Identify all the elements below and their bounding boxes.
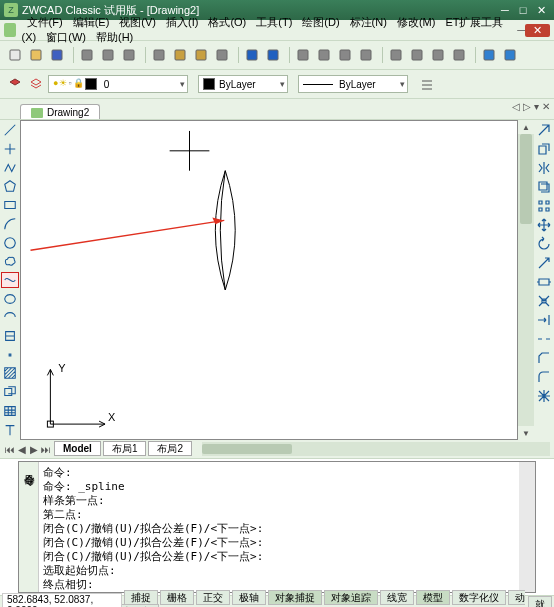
ellipse-icon[interactable] <box>1 290 19 307</box>
menu-i[interactable]: 插入(I) <box>161 14 203 30</box>
save-icon[interactable] <box>48 46 66 64</box>
layer-states-icon[interactable] <box>27 75 45 93</box>
status-8[interactable]: 数字化仪 <box>452 590 506 605</box>
vscrollbar[interactable]: ▲ ▼ <box>518 120 534 440</box>
move-icon[interactable] <box>536 217 552 233</box>
calc-icon[interactable] <box>450 46 468 64</box>
status-2[interactable]: 正交 <box>196 590 230 605</box>
region-icon[interactable] <box>1 384 19 401</box>
open-icon[interactable] <box>27 46 45 64</box>
mirror-icon[interactable] <box>536 160 552 176</box>
block-icon[interactable] <box>1 328 19 345</box>
scale-icon[interactable] <box>536 255 552 271</box>
menu-v[interactable]: 视图(V) <box>114 14 161 30</box>
command-text[interactable]: 命令: 命令: _spline 样条第一点: 第二点: 闭合(C)/撤销(U)/… <box>39 462 519 592</box>
close-button[interactable]: ✕ <box>532 3 550 17</box>
offset-icon[interactable] <box>536 179 552 195</box>
spline-icon[interactable] <box>1 272 19 289</box>
search-icon[interactable] <box>480 46 498 64</box>
color-combo[interactable]: ByLayer <box>198 75 288 93</box>
trim-icon[interactable] <box>536 293 552 309</box>
layout-prev-icon[interactable]: ◀ <box>16 444 28 455</box>
status-0[interactable]: 捕捉 <box>124 590 158 605</box>
hatch-icon[interactable] <box>1 365 19 382</box>
vscroll-thumb[interactable] <box>520 134 532 224</box>
rect-icon[interactable] <box>1 197 19 214</box>
layout-next-icon[interactable]: ▶ <box>28 444 40 455</box>
status-6[interactable]: 线宽 <box>380 590 414 605</box>
publish-icon[interactable] <box>120 46 138 64</box>
drawing-canvas[interactable]: Y X <box>20 120 518 440</box>
array-icon[interactable] <box>536 198 552 214</box>
ellipsearc-icon[interactable] <box>1 309 19 326</box>
doc-close-button[interactable]: ✕ <box>525 24 550 37</box>
line-icon[interactable] <box>1 122 19 139</box>
zoomw-icon[interactable] <box>336 46 354 64</box>
arc-icon[interactable] <box>1 216 19 233</box>
cut-icon[interactable] <box>150 46 168 64</box>
preview-icon[interactable] <box>99 46 117 64</box>
status-end[interactable]: 就 <box>528 596 552 607</box>
coordinates[interactable]: 582.6843, 52.0837, 0.0000 <box>2 593 122 607</box>
redo-icon[interactable] <box>264 46 282 64</box>
explode-icon[interactable] <box>536 388 552 404</box>
props-icon[interactable] <box>387 46 405 64</box>
rotate-icon[interactable] <box>536 236 552 252</box>
pan-icon[interactable] <box>294 46 312 64</box>
menu-e[interactable]: 编辑(E) <box>68 14 115 30</box>
circle-icon[interactable] <box>1 234 19 251</box>
status-7[interactable]: 模型 <box>416 590 450 605</box>
command-window[interactable]: 导命令 命令: 命令: _spline 样条第一点: 第二点: 闭合(C)/撤销… <box>18 461 536 593</box>
menu-w[interactable]: 窗口(W) <box>41 29 91 45</box>
layer-manager-icon[interactable] <box>6 75 24 93</box>
break-icon[interactable] <box>536 331 552 347</box>
match-icon[interactable] <box>213 46 231 64</box>
help-icon[interactable] <box>501 46 519 64</box>
erase-icon[interactable] <box>536 122 552 138</box>
layout-tab-0[interactable]: Model <box>54 441 101 456</box>
extend-icon[interactable] <box>536 312 552 328</box>
revcloud-icon[interactable] <box>1 253 19 270</box>
lineweight-icon[interactable] <box>418 75 436 93</box>
status-5[interactable]: 对象追踪 <box>324 590 378 605</box>
hscrollbar[interactable] <box>202 442 550 456</box>
status-4[interactable]: 对象捕捉 <box>268 590 322 605</box>
stretch-icon[interactable] <box>536 274 552 290</box>
layer-combo[interactable]: ●☀▫🔒 0 <box>48 75 188 93</box>
new-icon[interactable] <box>6 46 24 64</box>
undo-icon[interactable] <box>243 46 261 64</box>
menu-m[interactable]: 修改(M) <box>392 14 441 30</box>
menu-n[interactable]: 标注(N) <box>345 14 392 30</box>
menu-t[interactable]: 工具(T) <box>251 14 297 30</box>
copy-icon[interactable] <box>536 141 552 157</box>
polygon-icon[interactable] <box>1 178 19 195</box>
toolpal-icon[interactable] <box>429 46 447 64</box>
menu-d[interactable]: 绘图(D) <box>297 14 344 30</box>
status-3[interactable]: 极轴 <box>232 590 266 605</box>
zoom-icon[interactable] <box>315 46 333 64</box>
scroll-down-icon[interactable]: ▼ <box>518 426 534 440</box>
copy2-icon[interactable] <box>171 46 189 64</box>
menu-h[interactable]: 帮助(H) <box>91 29 138 45</box>
table-icon[interactable] <box>1 403 19 420</box>
print-icon[interactable] <box>78 46 96 64</box>
layout-first-icon[interactable]: ⏮ <box>4 444 16 455</box>
menu-f[interactable]: 文件(F) <box>22 14 68 30</box>
status-1[interactable]: 栅格 <box>160 590 194 605</box>
tabnav-close-icon[interactable]: ✕ <box>542 101 550 112</box>
point-icon[interactable] <box>1 346 19 363</box>
tabnav-prev-icon[interactable]: ◁ <box>512 101 520 112</box>
tabnav-next-icon[interactable]: ▷ <box>523 101 531 112</box>
xline-icon[interactable] <box>1 141 19 158</box>
chamfer-icon[interactable] <box>536 350 552 366</box>
menu-o[interactable]: 格式(O) <box>203 14 251 30</box>
command-scrollbar[interactable] <box>519 462 535 592</box>
scroll-up-icon[interactable]: ▲ <box>518 120 534 134</box>
layout-last-icon[interactable]: ⏭ <box>40 444 52 455</box>
tabnav-menu-icon[interactable]: ▾ <box>534 101 539 112</box>
dc-icon[interactable] <box>408 46 426 64</box>
hscroll-thumb[interactable] <box>202 444 292 454</box>
doc-minimize-button[interactable]: ─ <box>517 24 525 36</box>
text-icon[interactable] <box>1 421 19 438</box>
paste-icon[interactable] <box>192 46 210 64</box>
